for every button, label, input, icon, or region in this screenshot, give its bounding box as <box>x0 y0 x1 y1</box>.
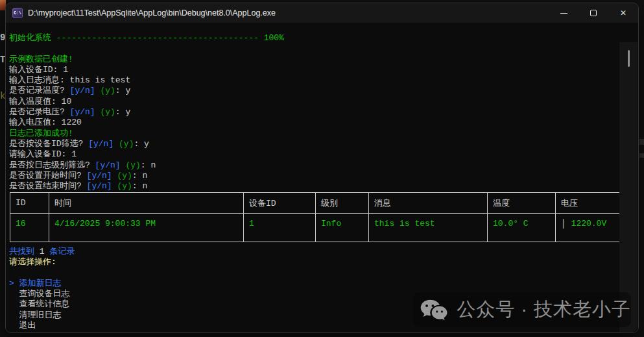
console-text-segment: 是否设置结束时间? <box>9 181 87 191</box>
watermark: 公众号 · 技术老小子 <box>413 292 631 327</box>
console-text-segment: [y/n] <box>95 160 121 170</box>
console-text-segment: 是否按日志级别筛选? <box>9 160 95 170</box>
console-text-segment: (y) <box>119 139 134 149</box>
table-cell-text: Info <box>321 219 341 229</box>
console-line: 输入设备ID: 1 <box>9 65 616 75</box>
table-cell: 10.0° C <box>488 214 556 242</box>
column-header: 时间 <box>49 193 244 214</box>
column-header: 消息 <box>369 193 488 214</box>
console-text-segment: 1 <box>40 247 45 256</box>
wechat-icon <box>420 296 448 323</box>
console-line: 请输入设备ID: 1 <box>9 149 616 160</box>
console-line <box>9 44 616 54</box>
console-text-segment: : n <box>132 181 147 191</box>
table-cell-text: │ <box>561 219 571 229</box>
column-header: ID <box>10 193 49 214</box>
console-text-segment: : y <box>115 107 130 117</box>
console-line: 日志已添加成功! <box>9 129 616 139</box>
console-text-segment: : n <box>132 171 147 181</box>
console-line: 输入温度值: 10 <box>9 97 616 107</box>
scrollbar-thumb[interactable] <box>628 50 630 67</box>
console-text-segment: 条记录 <box>45 247 75 256</box>
console-line: 是否记录电压? [y/n] (y): y <box>9 107 616 118</box>
console-line: 输入日志消息: this is test <box>9 75 616 86</box>
table-cell-text: this is test <box>374 219 435 229</box>
table-cell: Info <box>316 214 369 242</box>
console-text-segment: (y) <box>125 160 140 170</box>
table-cell: 1 <box>244 214 316 242</box>
background-ui-fragment <box>639 153 644 158</box>
maximize-button[interactable] <box>578 3 608 23</box>
console-line <box>9 268 616 279</box>
console-text-segment: [y/n] <box>70 86 95 95</box>
console-text-segment: 初始化系统 ----------------------------------… <box>9 33 284 43</box>
console-line: 是否按设备ID筛选? [y/n] (y): y <box>9 139 616 149</box>
background-ui-fragment <box>639 139 644 145</box>
log-table: ID时间设备ID级别消息温度电压 164/16/2025 9:00:33 PM1… <box>10 192 628 242</box>
console-text-segment: 日志已添加成功! <box>9 129 73 138</box>
console-text-segment: : y <box>134 139 149 149</box>
console-text-segment: 请选择操作: <box>9 257 56 267</box>
table-cell-text: 10.0° C <box>493 219 529 229</box>
console-line: 是否设置开始时间? [y/n] (y): n <box>9 171 616 181</box>
console-text-segment: 共找到 <box>9 247 40 256</box>
menu-item-add-new-log[interactable]: > 添加新日志 <box>9 279 616 289</box>
title-bar[interactable]: C:\ D:\myproject\11Test\AppSqlite\AppLog… <box>6 3 638 23</box>
console-text-segment: [y/n] <box>88 139 113 149</box>
column-header: 温度 <box>488 193 556 214</box>
console-text-segment: : n <box>141 160 156 170</box>
console-line: 输入电压值: 1220 <box>9 118 616 128</box>
console-output: 初始化系统 ----------------------------------… <box>6 23 638 332</box>
column-header: 设备ID <box>244 193 316 214</box>
console-text-segment <box>113 139 119 149</box>
console-text-segment: [y/n] <box>70 107 95 117</box>
cmd-prompt-icon: C:\ <box>12 8 23 18</box>
console-line: 是否设置结束时间? [y/n] (y): n <box>9 181 616 192</box>
maximize-icon <box>590 10 597 16</box>
console-line: 请选择操作: <box>9 257 616 268</box>
console-text-segment: 输入电压值: 1220 <box>9 118 82 127</box>
console-text-segment: (y) <box>117 181 132 191</box>
window-controls: ✕ <box>549 3 638 23</box>
minimize-icon <box>560 13 567 14</box>
window-title: D:\myproject\11Test\AppSqlite\AppLog\bin… <box>28 8 276 18</box>
scrollbar-track[interactable] <box>619 42 638 332</box>
console-line: 示例数据已创建! <box>9 55 616 65</box>
table-cell: │ 1220.0V <box>556 214 628 242</box>
console-text-segment: 是否记录电压? <box>9 107 70 117</box>
table-cell-text: 16 <box>16 219 26 229</box>
console-text-segment: 输入温度值: 10 <box>9 97 71 106</box>
column-header: 级别 <box>316 193 369 214</box>
table-row: 164/16/2025 9:00:33 PM1Infothis is test1… <box>10 214 628 242</box>
console-text-segment: 示例数据已创建! <box>9 55 73 64</box>
console-text-segment: 输入设备ID: 1 <box>9 65 68 75</box>
console-text-segment: 是否按设备ID筛选? <box>9 139 88 149</box>
console-text-segment: [y/n] <box>87 171 112 181</box>
minimize-button[interactable] <box>549 3 578 23</box>
close-icon: ✕ <box>620 8 626 18</box>
console-text-segment: 输入日志消息: this is test <box>9 75 130 85</box>
console-line: 是否按日志级别筛选? [y/n] (y): n <box>9 160 616 171</box>
console-text-segment: (y) <box>100 107 115 117</box>
table-cell-text: 1 <box>249 219 254 229</box>
watermark-text: 公众号 · 技术老小子 <box>457 297 631 323</box>
console-window: C:\ D:\myproject\11Test\AppSqlite\AppLog… <box>5 3 639 333</box>
console-pre-table-lines: 初始化系统 ----------------------------------… <box>9 33 616 192</box>
table-cell: 16 <box>10 214 49 242</box>
console-line: 共找到 1 条记录 <box>9 247 616 257</box>
close-button[interactable]: ✕ <box>608 3 638 23</box>
table-cell: 4/16/2025 9:00:33 PM <box>49 214 244 242</box>
console-text-segment: 是否记录温度? <box>9 86 70 95</box>
console-text-segment: (y) <box>100 86 115 95</box>
console-text-segment: [y/n] <box>87 181 112 191</box>
console-text-segment: (y) <box>117 171 132 181</box>
console-text-segment: 是否设置开始时间? <box>9 171 87 181</box>
table-cell: this is test <box>369 214 488 242</box>
console-line: 初始化系统 ----------------------------------… <box>9 33 616 44</box>
table-header-row: ID时间设备ID级别消息温度电压 <box>10 193 628 214</box>
console-text-segment: : y <box>115 86 130 95</box>
table-cell-text: 1220.0V <box>571 219 607 229</box>
column-header: 电压 <box>556 193 628 214</box>
console-line: 是否记录温度? [y/n] (y): y <box>9 86 616 96</box>
console-text-segment: 请输入设备ID: 1 <box>9 149 77 159</box>
